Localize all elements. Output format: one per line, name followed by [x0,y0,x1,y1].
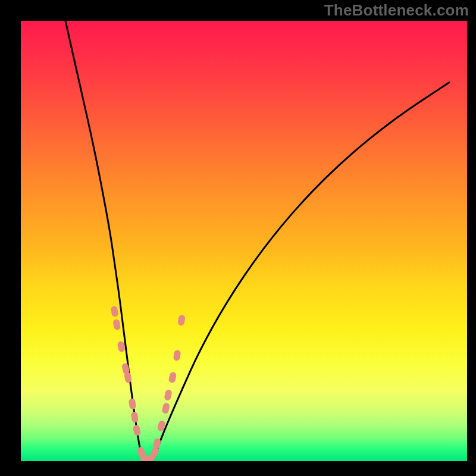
marker-capsule [173,350,181,361]
marker-capsule [117,341,126,353]
plot-area [21,21,467,461]
bottleneck-curve-path [65,21,449,461]
marker-capsule [112,319,121,331]
marker-capsule [111,306,119,318]
curve-layer [21,21,467,461]
marker-capsule [130,411,139,423]
marker-capsule [168,371,177,383]
chart-frame: TheBottleneck.com [0,0,476,476]
marker-capsule [133,424,141,436]
watermark-text: TheBottleneck.com [324,2,469,18]
marker-capsule [129,398,137,410]
bottleneck-curve [65,21,449,461]
marker-capsule [164,389,173,401]
marker-capsule [177,315,185,326]
marker-dots [111,306,186,461]
marker-capsule [161,402,170,414]
